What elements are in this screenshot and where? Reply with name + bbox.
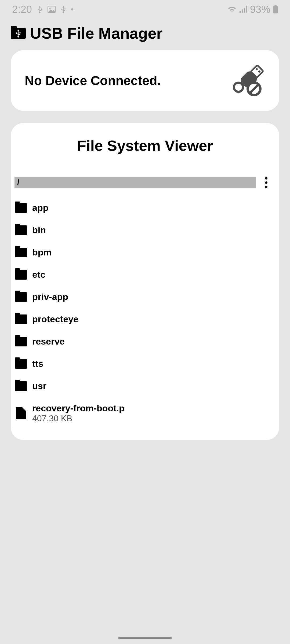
svg-rect-10	[258, 70, 261, 73]
list-item[interactable]: app	[15, 197, 276, 219]
file-name: usr	[32, 381, 46, 391]
file-labels: priv-app	[32, 292, 68, 302]
folder-icon	[15, 381, 27, 391]
list-item[interactable]: usr	[15, 375, 276, 397]
status-right: 93%	[227, 4, 278, 15]
list-item[interactable]: etc	[15, 264, 276, 286]
battery-icon	[273, 5, 278, 13]
folder-icon	[15, 248, 27, 257]
list-item[interactable]: bpm	[15, 241, 276, 264]
path-row: /	[15, 176, 276, 189]
usb-blocked-icon	[230, 63, 265, 98]
file-name: recovery-from-boot.p	[32, 403, 125, 414]
usb-icon	[60, 5, 66, 13]
file-system-card: File System Viewer / appbinbpmetcpriv-ap…	[11, 123, 279, 440]
file-name: bpm	[32, 247, 52, 258]
app-logo-icon	[11, 28, 26, 39]
list-item[interactable]: tts	[15, 353, 276, 375]
svg-rect-7	[273, 6, 278, 13]
image-icon	[48, 6, 56, 13]
file-list[interactable]: appbinbpmetcpriv-appprotecteyereservetts…	[15, 197, 276, 429]
folder-icon	[15, 337, 27, 346]
wifi-icon	[227, 6, 237, 13]
folder-icon	[15, 225, 27, 235]
device-status-text: No Device Connected.	[25, 73, 161, 88]
home-indicator[interactable]	[118, 637, 172, 639]
svg-rect-5	[246, 6, 247, 13]
folder-icon	[15, 359, 27, 369]
list-item[interactable]: protecteye	[15, 308, 276, 330]
file-labels: recovery-from-boot.p407.30 KB	[32, 403, 125, 423]
file-name: protecteye	[32, 314, 78, 324]
status-time: 2:20	[12, 4, 32, 15]
svg-rect-4	[244, 8, 245, 13]
list-item[interactable]: bin	[15, 219, 276, 241]
file-labels: protecteye	[32, 314, 78, 324]
app-header: USB File Manager	[0, 19, 290, 45]
device-status-card: No Device Connected.	[11, 50, 279, 111]
file-size: 407.30 KB	[32, 414, 125, 423]
file-labels: app	[32, 203, 48, 213]
svg-rect-9	[255, 68, 258, 70]
list-item[interactable]: priv-app	[15, 286, 276, 308]
signal-icon	[239, 6, 247, 13]
svg-rect-3	[242, 9, 243, 13]
battery-percent: 93%	[250, 4, 270, 15]
file-icon	[16, 407, 26, 419]
file-name: app	[32, 203, 48, 213]
file-labels: usr	[32, 381, 46, 391]
list-item[interactable]: reserve	[15, 330, 276, 353]
file-name: etc	[32, 269, 45, 280]
folder-icon	[15, 203, 27, 213]
svg-point-1	[49, 8, 50, 9]
svg-rect-6	[274, 5, 277, 6]
folder-icon	[15, 292, 27, 302]
usb-icon	[37, 5, 43, 13]
file-labels: bin	[32, 225, 46, 235]
file-name: priv-app	[32, 292, 68, 302]
folder-icon	[15, 314, 27, 324]
svg-point-13	[235, 84, 242, 91]
list-item[interactable]: recovery-from-boot.p407.30 KB	[15, 397, 276, 429]
file-system-title: File System Viewer	[15, 137, 276, 154]
folder-icon	[15, 270, 27, 280]
file-name: bin	[32, 225, 46, 235]
path-text: /	[17, 178, 19, 187]
file-labels: reserve	[32, 336, 65, 347]
status-bar: 2:20 93%	[0, 0, 290, 19]
status-left: 2:20	[12, 4, 73, 15]
file-name: tts	[32, 358, 44, 369]
path-bar[interactable]: /	[15, 177, 256, 188]
file-labels: tts	[32, 358, 44, 369]
svg-rect-2	[240, 11, 241, 13]
file-labels: bpm	[32, 247, 52, 258]
status-dot-icon	[71, 8, 73, 10]
app-title: USB File Manager	[30, 24, 162, 42]
file-labels: etc	[32, 269, 45, 280]
more-options-button[interactable]	[259, 176, 273, 189]
file-name: reserve	[32, 336, 65, 347]
